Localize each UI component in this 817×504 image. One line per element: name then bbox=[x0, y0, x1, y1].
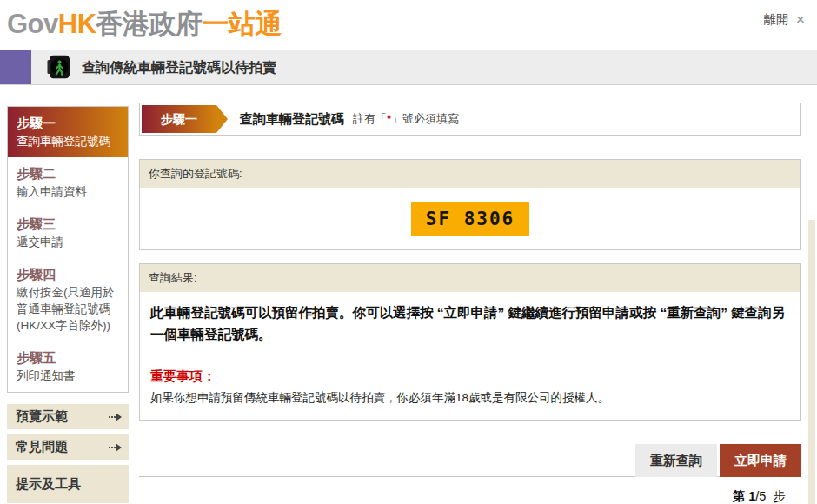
top-header: GovHK香港政府一站通 離開 × bbox=[0, 0, 817, 50]
exit-label: 離開 bbox=[764, 12, 788, 28]
service-title-bar: 查詢傳統車輛登記號碼以待拍賣 bbox=[0, 50, 817, 85]
logo-cn-gray-text: 香港政府 bbox=[96, 9, 203, 39]
step-subtitle: 輸入申請資料 bbox=[17, 183, 119, 200]
result-section-header: 查詢結果: bbox=[140, 264, 800, 292]
traffic-light-icon bbox=[47, 55, 70, 79]
logo-hk-text: HK bbox=[58, 9, 96, 39]
step-title: 步驟四 bbox=[17, 266, 119, 282]
sidebar-step-3: 步驟三 遞交申請 bbox=[8, 208, 128, 258]
plate-area: SF 8306 bbox=[140, 188, 800, 249]
page-title: 查詢傳統車輛登記號碼以待拍賣 bbox=[82, 59, 276, 77]
sidebar-step-5: 步驟五 列印通知書 bbox=[8, 342, 128, 392]
purple-accent-block bbox=[0, 50, 31, 84]
result-section: 查詢結果: 此車輛登記號碼可以預留作拍賣。你可以選擇按 “立即申請” 鍵繼續進行… bbox=[139, 263, 801, 421]
exit-button[interactable]: 離開 × bbox=[764, 12, 805, 28]
close-icon: × bbox=[796, 14, 805, 26]
sidebar-item-label: 提示及工具 bbox=[16, 476, 122, 493]
important-text: 如果你想申請預留傳統車輛登記號碼以待拍賣，你必須年滿18歲或是有限公司的授權人。 bbox=[150, 390, 790, 413]
required-note: 註有「*」號必須填寫 bbox=[353, 111, 459, 127]
step-title: 步驟一 bbox=[17, 115, 119, 131]
sidebar-item-faq[interactable]: 常見問題 bbox=[7, 434, 129, 460]
license-plate: SF 8306 bbox=[411, 202, 530, 236]
dashed-arrow-icon bbox=[109, 443, 122, 452]
sidebar-steps-box: 步驟一 查詢車輛登記號碼 步驟二 輸入申請資料 步驟三 遞交申請 步驟四 繳付按… bbox=[7, 106, 129, 393]
step-subtitle: 遞交申請 bbox=[17, 234, 119, 250]
dashed-arrow-icon bbox=[109, 413, 122, 421]
right-edge-strip bbox=[808, 220, 815, 504]
action-bar: 重新查詢 立即申請 bbox=[139, 444, 801, 477]
step-banner: 步驟一 查詢車輛登記號碼 註有「*」號必須填寫 bbox=[139, 103, 801, 136]
query-section-header: 你查詢的登記號碼: bbox=[140, 160, 800, 188]
tab-arrow bbox=[216, 105, 228, 133]
step-title: 步驟二 bbox=[17, 165, 119, 182]
result-body: 此車輛登記號碼可以預留作拍賣。你可以選擇按 “立即申請” 鍵繼續進行預留申請或按… bbox=[140, 292, 800, 420]
query-section: 你查詢的登記號碼: SF 8306 bbox=[139, 159, 801, 250]
sidebar-item-label: 預覽示範 bbox=[16, 408, 109, 425]
step-heading: 查詢車輛登記號碼 bbox=[240, 111, 344, 128]
step-title: 步驟五 bbox=[17, 349, 119, 366]
result-text: 此車輛登記號碼可以預留作拍賣。你可以選擇按 “立即申請” 鍵繼續進行預留申請或按… bbox=[150, 302, 790, 346]
important-title: 重要事項： bbox=[150, 368, 790, 385]
logo-gov-text: Gov bbox=[7, 9, 58, 39]
step-subtitle: 繳付按金(只適用於普通車輛登記號碼(HK/XX字首除外)) bbox=[17, 284, 119, 334]
step-subtitle: 列印通知書 bbox=[17, 368, 119, 384]
govhk-logo[interactable]: GovHK香港政府一站通 bbox=[7, 6, 282, 43]
logo-cn-orange-text: 一站通 bbox=[203, 9, 282, 39]
sidebar-item-demo[interactable]: 預覽示範 bbox=[7, 404, 129, 429]
sidebar-step-2: 步驟二 輸入申請資料 bbox=[8, 157, 128, 208]
sidebar: 步驟一 查詢車輛登記號碼 步驟二 輸入申請資料 步驟三 遞交申請 步驟四 繳付按… bbox=[7, 106, 129, 503]
step-title: 步驟三 bbox=[17, 216, 119, 232]
step-subtitle: 查詢車輛登記號碼 bbox=[17, 133, 119, 149]
step-tab: 步驟一 bbox=[142, 105, 216, 133]
step-indicator: 第 1/5 步 bbox=[139, 488, 801, 504]
sidebar-step-4: 步驟四 繳付按金(只適用於普通車輛登記號碼(HK/XX字首除外)) bbox=[8, 258, 128, 342]
sidebar-step-1: 步驟一 查詢車輛登記號碼 bbox=[8, 107, 128, 157]
apply-now-button[interactable]: 立即申請 bbox=[720, 444, 801, 477]
requery-button[interactable]: 重新查詢 bbox=[635, 444, 717, 477]
sidebar-item-tips[interactable]: 提示及工具 bbox=[7, 465, 129, 503]
main-content: 步驟一 查詢車輛登記號碼 註有「*」號必須填寫 你查詢的登記號碼: SF 830… bbox=[139, 103, 801, 504]
sidebar-item-label: 常見問題 bbox=[16, 439, 109, 455]
